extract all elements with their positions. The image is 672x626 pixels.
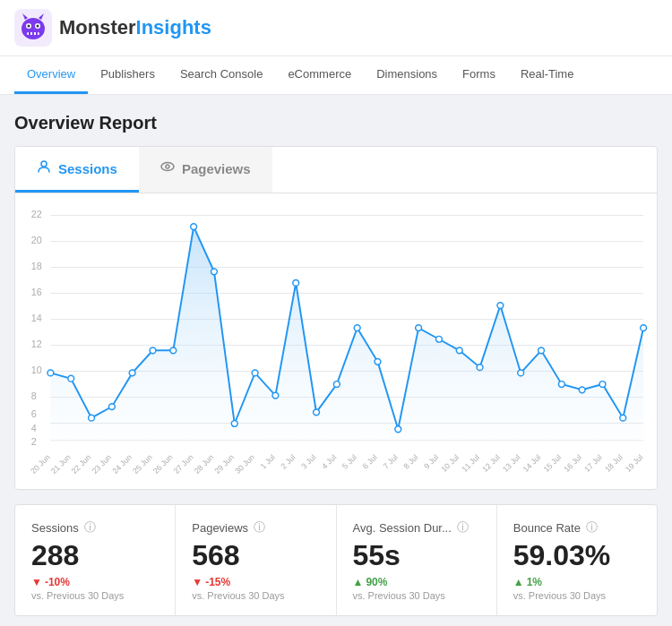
svg-point-50 — [333, 382, 340, 388]
svg-text:22 Jun: 22 Jun — [70, 452, 93, 476]
svg-text:7 Jul: 7 Jul — [381, 453, 399, 471]
svg-rect-8 — [32, 32, 34, 35]
nav-item-search-console[interactable]: Search Console — [168, 56, 276, 94]
nav-item-publishers[interactable]: Publishers — [88, 56, 168, 94]
stat-bounce-vs: vs. Previous 30 Days — [513, 590, 641, 601]
svg-point-38 — [89, 415, 95, 421]
stat-bounce-value: 59.03% — [513, 539, 641, 572]
stat-sessions-info-icon[interactable]: ⓘ — [84, 519, 96, 536]
svg-point-63 — [599, 382, 606, 388]
svg-rect-9 — [36, 32, 38, 35]
svg-point-49 — [314, 409, 320, 416]
svg-point-61 — [558, 382, 564, 388]
stats-row: Sessions ⓘ 288 ▼ -10% vs. Previous 30 Da… — [14, 504, 658, 616]
nav-item-ecommerce[interactable]: eCommerce — [275, 56, 364, 94]
svg-point-58 — [497, 303, 504, 309]
stat-sessions-change: ▼ -10% — [31, 576, 159, 588]
svg-point-45 — [231, 421, 237, 427]
logo-icon — [14, 9, 52, 47]
up-arrow-icon-2: ▲ — [513, 576, 524, 588]
tab-pageviews[interactable]: Pageviews — [139, 147, 272, 193]
page-title: Overview Report — [14, 113, 658, 133]
main-nav: Overview Publishers Search Console eComm… — [0, 56, 672, 95]
stat-pageviews-vs: vs. Previous 30 Days — [192, 590, 319, 601]
svg-point-62 — [579, 387, 585, 393]
stat-avg-session: Avg. Session Dur... ⓘ 55s ▲ 90% vs. Prev… — [337, 505, 497, 615]
stat-pageviews: Pageviews ⓘ 568 ▼ -15% vs. Previous 30 D… — [176, 505, 336, 615]
svg-point-39 — [108, 404, 115, 410]
svg-text:3 Jul: 3 Jul — [299, 453, 317, 471]
svg-point-52 — [375, 358, 381, 364]
svg-point-44 — [211, 269, 218, 275]
svg-point-46 — [252, 370, 258, 376]
svg-text:6 Jul: 6 Jul — [361, 453, 379, 471]
svg-point-36 — [47, 370, 54, 376]
svg-point-60 — [538, 347, 545, 354]
svg-text:2: 2 — [31, 436, 37, 447]
svg-text:12: 12 — [31, 339, 42, 349]
stat-sessions-vs: vs. Previous 30 Days — [31, 590, 159, 601]
svg-rect-7 — [29, 32, 30, 35]
stat-pageviews-value: 568 — [192, 539, 319, 572]
svg-text:16 Jul: 16 Jul — [562, 453, 583, 474]
svg-text:19 Jul: 19 Jul — [624, 453, 645, 474]
svg-text:14: 14 — [31, 313, 42, 323]
stat-bounce-rate: Bounce Rate ⓘ 59.03% ▲ 1% vs. Previous 3… — [497, 505, 657, 615]
svg-point-5 — [37, 25, 39, 28]
stat-sessions-label: Sessions — [31, 521, 79, 535]
header: MonsterInsights — [0, 0, 672, 56]
logo-monster: Monster — [59, 16, 136, 39]
svg-text:17 Jul: 17 Jul — [582, 453, 604, 474]
chart-tabs: Sessions Pageviews — [15, 147, 657, 193]
stat-avg-vs: vs. Previous 30 Days — [353, 590, 480, 601]
svg-text:8 Jul: 8 Jul — [401, 453, 419, 471]
svg-text:2 Jul: 2 Jul — [279, 453, 297, 471]
svg-point-4 — [28, 25, 30, 28]
stat-bounce-change: ▲ 1% — [513, 576, 641, 588]
tab-sessions[interactable]: Sessions — [15, 147, 139, 193]
svg-point-13 — [161, 163, 174, 171]
chart-area: 22 20 18 16 14 12 10 8 6 4 2 — [15, 193, 657, 489]
svg-point-48 — [293, 280, 299, 287]
stat-bounce-info-icon[interactable]: ⓘ — [586, 519, 598, 536]
svg-text:12 Jul: 12 Jul — [480, 453, 502, 474]
svg-text:25 Jun: 25 Jun — [131, 452, 154, 476]
nav-item-dimensions[interactable]: Dimensions — [364, 56, 450, 94]
svg-text:15 Jul: 15 Jul — [542, 453, 564, 474]
svg-text:10 Jul: 10 Jul — [439, 453, 461, 474]
stat-avg-info-icon[interactable]: ⓘ — [457, 519, 469, 536]
svg-text:18 Jul: 18 Jul — [603, 453, 625, 474]
svg-text:18: 18 — [31, 261, 42, 271]
nav-item-forms[interactable]: Forms — [450, 56, 508, 94]
sessions-icon — [37, 159, 51, 177]
svg-text:20: 20 — [31, 235, 42, 245]
svg-point-65 — [641, 325, 647, 331]
down-arrow-icon: ▼ — [31, 576, 42, 588]
svg-text:23 Jun: 23 Jun — [90, 452, 113, 476]
svg-point-1 — [22, 18, 45, 39]
nav-item-real-time[interactable]: Real-Time — [508, 56, 586, 94]
svg-text:4: 4 — [31, 423, 37, 433]
svg-text:11 Jul: 11 Jul — [460, 453, 481, 474]
svg-point-53 — [395, 426, 401, 433]
stat-pageviews-label: Pageviews — [192, 521, 248, 535]
svg-text:1 Jul: 1 Jul — [259, 453, 277, 471]
logo-insights: Insights — [136, 16, 211, 39]
svg-text:27 Jun: 27 Jun — [172, 452, 195, 476]
svg-point-54 — [416, 325, 422, 331]
stat-sessions-value: 288 — [31, 539, 159, 572]
svg-text:5 Jul: 5 Jul — [340, 453, 358, 471]
svg-text:26 Jun: 26 Jun — [151, 452, 175, 476]
svg-text:21 Jun: 21 Jun — [49, 452, 73, 476]
svg-point-59 — [518, 370, 524, 376]
down-arrow-icon-2: ▼ — [192, 576, 202, 588]
stat-avg-value: 55s — [353, 539, 480, 572]
logo-text: MonsterInsights — [59, 16, 211, 39]
nav-item-overview[interactable]: Overview — [14, 56, 88, 94]
stat-pageviews-info-icon[interactable]: ⓘ — [254, 519, 265, 536]
stat-avg-change: ▲ 90% — [353, 576, 480, 588]
svg-point-55 — [435, 336, 442, 342]
svg-point-40 — [129, 370, 135, 376]
up-arrow-icon: ▲ — [353, 576, 364, 588]
svg-text:28 Jun: 28 Jun — [193, 452, 216, 476]
